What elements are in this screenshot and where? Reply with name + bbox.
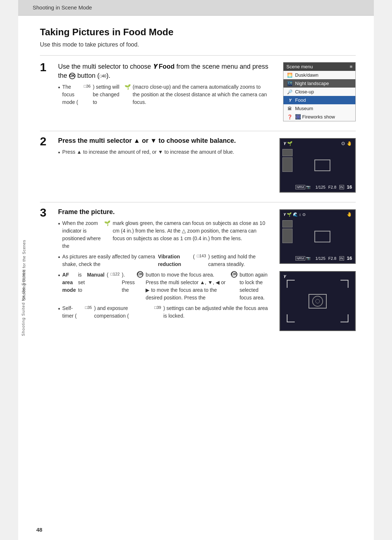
step-1-bullet-1: The focus mode (□36) setting will be cha… [58, 83, 269, 106]
cam2-ctrl-1 [282, 220, 293, 227]
cam3-corner-tl [287, 280, 295, 288]
scene-menu-icon: ≡ [350, 64, 352, 69]
cam2-food-icon: 𝙔 [283, 212, 286, 217]
cam1-nrm: NRM [295, 185, 305, 189]
scene-icon-duskdawn: 🌅 [286, 73, 293, 78]
divider-3 [40, 202, 356, 202]
step-2-bullets: Press ▲ to increase the amount of red, o… [58, 148, 269, 157]
cam1-mem-icon: 📷 [306, 185, 310, 189]
step-3-content: Frame the picture. When the zoom indicat… [58, 207, 276, 323]
scene-icon-fireworks: ❓ [286, 114, 293, 120]
camera-display-3: 𝙔 [279, 271, 356, 331]
cam1-macro-icon: 🌱 [287, 141, 293, 146]
cam1-shutter: 1/125 [315, 185, 326, 189]
ref-40: □40 [99, 74, 106, 78]
page-number: 48 [36, 527, 42, 533]
scene-menu-title: Scene menu [286, 64, 313, 69]
divider-2 [40, 131, 356, 131]
scene-menu-item-night: 🌃 Night landscape [283, 79, 355, 88]
step-2-side: 𝙔 🌱 ⊙ 🤚 [276, 136, 356, 193]
step-3-bullet-1: When the zoom indicator is positioned wh… [58, 219, 269, 250]
camera-display-1: 𝙔 🌱 ⊙ 🤚 [279, 138, 356, 193]
ok-icon-2: OK [137, 271, 143, 278]
cam3-corner-br [340, 314, 348, 322]
scene-menu-item-food: 𝙔 Food [283, 96, 355, 104]
cam2-shutter: 1/125 [315, 256, 326, 261]
cam3-corner-tr [340, 280, 348, 288]
page-title: Taking Pictures in Food Mode [40, 27, 356, 38]
cam3-food-icon: 𝙔 [283, 274, 286, 279]
cam2-nrm: NRM [295, 256, 305, 261]
step-1-title: Use the multi selector to choose 𝙔 Food … [58, 62, 269, 80]
cam2-mem: 📷 [306, 256, 310, 260]
scene-menu-label-food: Food [295, 97, 306, 103]
header-bar: Shooting in Scene Mode [18, 0, 374, 16]
step-2-content: Press the multi selector ▲ or ▼ to choos… [58, 136, 276, 160]
cam1-hand-icon: 🤚 [347, 141, 352, 146]
cam1-food-icon: 𝙔 [283, 141, 286, 146]
cam2-aperture: F2.8 [328, 256, 336, 261]
cam3-nav-outer [312, 296, 323, 307]
scene-menu: Scene menu ≡ 🌅 Dusk/dawn 🌃 Night landsca… [283, 62, 356, 121]
scene-menu-header: Scene menu ≡ [283, 63, 355, 71]
ok-icon: OK [69, 73, 75, 79]
scene-menu-label-closeup: Close-up [295, 89, 314, 94]
cam3-focus-area [309, 294, 327, 309]
cam2-macro-icon: 🌱 [287, 212, 292, 217]
cam2-wb-icon: 🌊 [293, 212, 298, 217]
step-1-content: Use the multi selector to choose 𝙔 Food … [58, 62, 276, 109]
cam1-aperture: F2.8 [328, 185, 336, 189]
step-3-section: 3 Frame the picture. When the zoom indic… [40, 207, 356, 337]
cam3-corner-bl [287, 314, 295, 322]
focus-brackets-2 [314, 231, 330, 242]
camera-display-2: 𝙔 🌱 🌊 ↕ ⊙ 🤚 [279, 209, 356, 264]
cam2-iso: IN [339, 256, 344, 261]
cam2-gear-icon: ⊙ [302, 212, 306, 217]
step-1-bullets: The focus mode (□36) setting will be cha… [58, 83, 269, 106]
divider-1 [40, 55, 356, 56]
step-2-bullet-1: Press ▲ to increase the amount of red, o… [58, 148, 269, 157]
scene-menu-label-duskdawn: Dusk/dawn [295, 72, 318, 78]
step-3-bullet-4: Self-timer (□35) and exposure compensati… [58, 305, 269, 320]
step-2-section: 2 Press the multi selector ▲ or ▼ to cho… [40, 136, 356, 198]
ctrl-btn-2 [282, 157, 293, 172]
scene-icon-closeup: 🔎 [286, 89, 293, 94]
scene-menu-item-museum: 🏛 Museum [283, 104, 355, 113]
step-3-title: Frame the picture. [58, 207, 269, 217]
cam2-hand-icon: 🤚 [347, 212, 352, 217]
scene-icon-food: 𝙔 [286, 98, 293, 103]
cam2-shots: 16 [347, 255, 352, 261]
step-2-number: 2 [40, 135, 58, 148]
step-3-bullets: When the zoom indicator is positioned wh… [58, 219, 269, 320]
focus-brackets-1 [314, 160, 330, 171]
header-title: Shooting in Scene Mode [33, 4, 92, 11]
page-subtitle: Use this mode to take pictures of food. [40, 41, 356, 48]
cam1-iso: IN [339, 185, 344, 189]
scene-icon-night: 🌃 [286, 81, 293, 86]
step-1-section: 1 Use the multi selector to choose 𝙔 Foo… [40, 62, 356, 127]
cam2-exp-icon: ↕ [299, 212, 301, 217]
step-3-number: 3 [40, 206, 58, 219]
step-3-bullet-3: AF area mode is set to Manual (□122). Pr… [58, 271, 269, 302]
scene-icon-museum: 🏛 [286, 106, 293, 111]
step-3-bullet-2: As pictures are easily affected by camer… [58, 253, 269, 268]
scene-menu-item-duskdawn: 🌅 Dusk/dawn [283, 71, 355, 79]
step-2-title: Press the multi selector ▲ or ▼ to choos… [58, 136, 269, 145]
scene-menu-label-fireworks: 🎆 Fireworks show [295, 114, 335, 120]
sidebar-text: Shooting Suited for the Scenes [22, 240, 26, 301]
cam1-gear-icon: ⊙ [341, 141, 345, 146]
sidebar-container: Shooting Suited for the Scenes [20, 145, 28, 395]
ok-icon-3: OK [231, 271, 237, 278]
ctrl-btn-1 [282, 149, 293, 156]
step-1-number: 1 [40, 61, 58, 74]
scene-menu-label-night: Night landscape [295, 81, 329, 86]
step-1-side: Scene menu ≡ 🌅 Dusk/dawn 🌃 Night landsca… [276, 62, 356, 121]
scene-menu-label-museum: Museum [295, 106, 313, 111]
cam3-nav-inner [315, 299, 320, 303]
scene-menu-item-fireworks: ❓ 🎆 Fireworks show [283, 113, 355, 121]
scene-menu-item-closeup: 🔎 Close-up [283, 88, 355, 96]
cam1-shots: 16 [347, 184, 352, 190]
step-3-side: 𝙔 🌱 🌊 ↕ ⊙ 🤚 [276, 207, 356, 331]
cam2-ctrl-2 [282, 229, 293, 243]
